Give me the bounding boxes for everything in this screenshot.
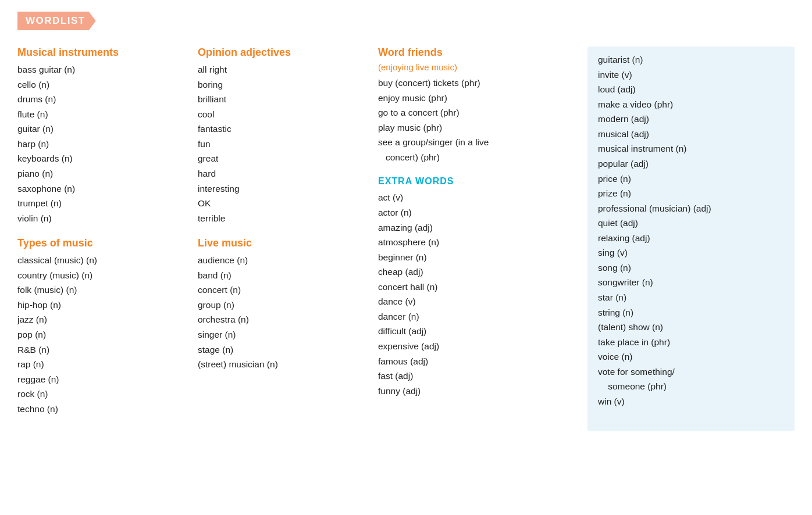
- list-item: dancer (n): [378, 309, 576, 324]
- list-item: musical instrument (n): [598, 141, 784, 156]
- types-of-music-list: classical (music) (n) country (music) (n…: [17, 253, 186, 416]
- list-item: saxophone (n): [17, 181, 186, 196]
- list-item: fast (adj): [378, 369, 576, 384]
- list-item: (street) musician (n): [198, 357, 366, 372]
- list-item: classical (music) (n): [17, 253, 186, 268]
- column-3: Word friends (enjoying live music) buy (…: [378, 47, 587, 410]
- list-item: boring: [198, 77, 366, 92]
- list-item: guitarist (n): [598, 52, 784, 67]
- list-item: group (n): [198, 298, 366, 313]
- list-item: piano (n): [17, 166, 186, 181]
- list-item: hard: [198, 166, 366, 181]
- list-item: audience (n): [198, 253, 366, 268]
- list-item: make a video (phr): [598, 97, 784, 112]
- list-item: difficult (adj): [378, 324, 576, 339]
- list-item: guitar (n): [17, 121, 186, 137]
- list-item: great: [198, 151, 366, 166]
- list-item: reggae (n): [17, 372, 186, 387]
- list-item: keyboards (n): [17, 151, 186, 166]
- list-item: enjoy music (phr): [378, 91, 576, 106]
- list-item: act (v): [378, 190, 576, 205]
- list-item: harp (n): [17, 137, 186, 152]
- list-item: R&B (n): [17, 342, 186, 357]
- opinion-adjectives-section: Opinion adjectives all right boring bril…: [198, 47, 366, 226]
- column-4: guitarist (n) invite (v) loud (adj) make…: [587, 47, 795, 431]
- list-item: star (n): [598, 290, 784, 305]
- list-item: jazz (n): [17, 312, 186, 327]
- list-item: trumpet (n): [17, 196, 186, 211]
- list-item: take place in (phr): [598, 335, 784, 350]
- word-friends-subtitle: (enjoying live music): [378, 62, 576, 72]
- word-friends-section: Word friends (enjoying live music) buy (…: [378, 47, 576, 164]
- list-item: atmosphere (n): [378, 235, 576, 250]
- list-item: professional (musician) (adj): [598, 201, 784, 216]
- list-item: (talent) show (n): [598, 320, 784, 335]
- list-item: loud (adj): [598, 82, 784, 97]
- word-friends-title: Word friends: [378, 47, 576, 59]
- list-item: interesting: [198, 181, 366, 196]
- list-item: fun: [198, 137, 366, 152]
- opinion-adjectives-list: all right boring brilliant cool fantasti…: [198, 62, 366, 226]
- types-of-music-section: Types of music classical (music) (n) cou…: [17, 237, 186, 416]
- list-item: flute (n): [17, 107, 186, 122]
- live-music-section: Live music audience (n) band (n) concert…: [198, 237, 366, 372]
- list-item: buy (concert) tickets (phr): [378, 76, 576, 91]
- musical-instruments-title: Musical instruments: [17, 47, 186, 59]
- word-friends-list: buy (concert) tickets (phr) enjoy music …: [378, 76, 576, 164]
- list-item: voice (n): [598, 349, 784, 364]
- list-item: sing (v): [598, 245, 784, 260]
- live-music-title: Live music: [198, 237, 366, 249]
- list-item: techno (n): [17, 402, 186, 417]
- extra-words-section: EXTRA WORDS act (v) actor (n) amazing (a…: [378, 176, 576, 398]
- list-item: songwriter (n): [598, 275, 784, 290]
- list-item: vote for something/ someone (phr): [598, 364, 784, 394]
- list-item: amazing (adj): [378, 220, 576, 235]
- list-item: go to a concert (phr): [378, 105, 576, 120]
- list-item: musical (adj): [598, 127, 784, 142]
- columns-wrapper: Musical instruments bass guitar (n) cell…: [17, 47, 795, 431]
- musical-instruments-section: Musical instruments bass guitar (n) cell…: [17, 47, 186, 226]
- list-item: play music (phr): [378, 120, 576, 135]
- list-item: invite (v): [598, 67, 784, 83]
- types-of-music-title: Types of music: [17, 237, 186, 249]
- list-item: concert hall (n): [378, 280, 576, 295]
- list-item: hip-hop (n): [17, 298, 186, 313]
- list-item: OK: [198, 196, 366, 211]
- list-item: pop (n): [17, 327, 186, 342]
- list-item: string (n): [598, 305, 784, 320]
- list-item: band (n): [198, 268, 366, 283]
- list-item: expensive (adj): [378, 339, 576, 354]
- wordlist-banner: WORDLIST: [17, 12, 96, 30]
- list-item: modern (adj): [598, 112, 784, 127]
- extra-words-continued-list: guitarist (n) invite (v) loud (adj) make…: [598, 52, 784, 409]
- list-item: win (v): [598, 394, 784, 409]
- list-item: orchestra (n): [198, 312, 366, 327]
- extra-words-list: act (v) actor (n) amazing (adj) atmosphe…: [378, 190, 576, 398]
- list-item: singer (n): [198, 327, 366, 342]
- list-item: drums (n): [17, 92, 186, 107]
- list-item: brilliant: [198, 92, 366, 107]
- list-item: actor (n): [378, 205, 576, 220]
- list-item: bass guitar (n): [17, 62, 186, 77]
- list-item: cello (n): [17, 77, 186, 92]
- wordlist-label: WORDLIST: [26, 15, 86, 27]
- column-1: Musical instruments bass guitar (n) cell…: [17, 47, 198, 428]
- list-item: cheap (adj): [378, 264, 576, 280]
- list-item: folk (music) (n): [17, 282, 186, 298]
- list-item: price (n): [598, 171, 784, 187]
- list-item: stage (n): [198, 342, 366, 357]
- list-item: popular (adj): [598, 156, 784, 171]
- list-item: relaxing (adj): [598, 231, 784, 246]
- list-item: funny (adj): [378, 384, 576, 399]
- list-item: famous (adj): [378, 354, 576, 369]
- list-item: rap (n): [17, 357, 186, 372]
- list-item: dance (v): [378, 294, 576, 309]
- list-item: country (music) (n): [17, 268, 186, 283]
- list-item: all right: [198, 62, 366, 77]
- list-item: violin (n): [17, 211, 186, 226]
- extra-words-title: EXTRA WORDS: [378, 176, 576, 187]
- list-item: cool: [198, 107, 366, 122]
- list-item: beginner (n): [378, 250, 576, 265]
- column-2: Opinion adjectives all right boring bril…: [198, 47, 378, 384]
- musical-instruments-list: bass guitar (n) cello (n) drums (n) flut…: [17, 62, 186, 226]
